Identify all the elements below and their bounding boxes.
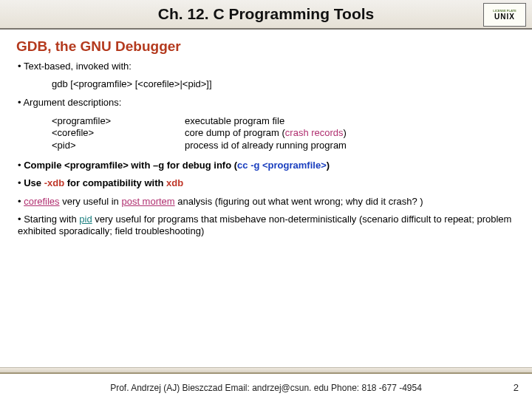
argument-table: <programfile> executable program file <c… xyxy=(52,115,519,153)
bullet-pid-b: pid xyxy=(79,214,92,225)
bullet-corefiles-c: post mortem xyxy=(121,196,174,207)
arg-corefile-desc-a: core dump of program ( xyxy=(185,127,285,138)
arg-corefile-name: <corefile> xyxy=(52,127,185,140)
slide-subtitle: GDB, the GNU Debugger xyxy=(16,38,519,55)
bullet-compile-c: ) xyxy=(327,160,330,171)
bullet-xdb-d: xdb xyxy=(166,177,183,188)
logo-main: UNIX xyxy=(494,13,515,21)
bullet-corefiles-d: analysis (figuring out what went wrong; … xyxy=(175,196,423,207)
arg-pid-desc: process id of already running program xyxy=(185,140,519,152)
page-number: 2 xyxy=(514,382,519,393)
bullet-compile-b: cc -g <programfile> xyxy=(237,160,327,171)
bullet-xdb-b: -xdb xyxy=(44,177,64,188)
footer-divider xyxy=(0,367,532,374)
footer-text: Prof. Andrzej (AJ) Bieszczad Email: andr… xyxy=(0,383,532,393)
bullet-corefiles: corefiles very useful in post mortem ana… xyxy=(18,196,519,208)
bullet-invoke: Text-based, invoked with: xyxy=(18,61,519,72)
unix-logo: LICENSE PLATE UNIX xyxy=(483,3,526,27)
arg-corefile-desc-c: ) xyxy=(344,127,347,138)
arg-corefile-desc-b: crash records xyxy=(285,127,344,138)
title-bar: Ch. 12. C Programming Tools LICENSE PLAT… xyxy=(0,0,532,30)
arg-corefile-desc: core dump of program (crash records) xyxy=(185,127,519,140)
bullet-pid-a: Starting with xyxy=(24,214,79,225)
page-title: Ch. 12. C Programming Tools xyxy=(158,5,374,23)
slide-content: GDB, the GNU Debugger Text-based, invoke… xyxy=(0,30,532,237)
bullet-compile: Compile <programfile> with –g for debug … xyxy=(18,160,519,171)
bullet-args: Argument descriptions: xyxy=(18,97,519,109)
bullet-pid-c: very useful for programs that misbehave … xyxy=(18,214,511,236)
gdb-command: gdb [<programfile> [<corefile>|<pid>]] xyxy=(52,78,519,89)
arg-programfile-desc: executable program file xyxy=(185,115,519,128)
arg-programfile-name: <programfile> xyxy=(52,115,185,128)
bullet-xdb: Use -xdb for compatibility with xdb xyxy=(18,177,519,189)
bullet-pid: Starting with pid very useful for progra… xyxy=(18,214,519,238)
bullet-corefiles-b: very useful in xyxy=(60,196,122,207)
bullet-compile-a: Compile <programfile> with –g for debug … xyxy=(24,160,237,171)
bullet-corefiles-a: corefiles xyxy=(24,196,59,207)
bullet-xdb-c: for compatibility with xyxy=(64,177,166,188)
bullet-xdb-a: Use xyxy=(24,177,44,188)
arg-pid-name: <pid> xyxy=(52,140,185,152)
